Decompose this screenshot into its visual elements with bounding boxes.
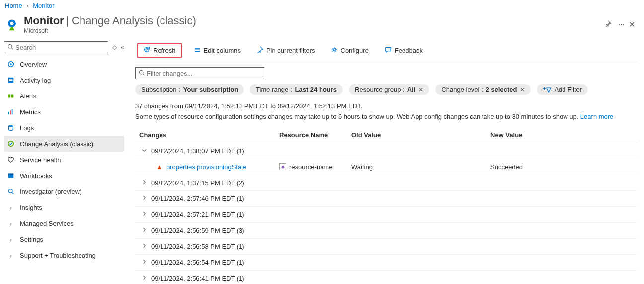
filter-changes-input-wrap[interactable]	[135, 67, 264, 79]
breadcrumb: Home › Monitor	[0, 0, 644, 11]
pill-value: All	[407, 86, 416, 93]
change-group-row[interactable]: 09/12/2024, 1:38:07 PM EDT (1)	[135, 143, 637, 159]
sidebar-item-alerts[interactable]: Alerts	[4, 88, 124, 104]
chevron-right-icon: ›	[7, 220, 15, 227]
sidebar-search[interactable]	[4, 41, 108, 53]
info-line-1: 37 changes from 09/11/2024, 1:52:13 PM E…	[135, 101, 637, 112]
logs-icon	[7, 124, 15, 131]
sidebar-item-activity-log[interactable]: Activity log	[4, 72, 124, 88]
sidebar-item-managed-services[interactable]: › Managed Services	[4, 215, 124, 231]
change-group-row[interactable]: 09/12/2024, 1:37:15 PM EDT (2)	[135, 175, 637, 191]
pin-icon[interactable]	[604, 20, 611, 29]
sidebar-item-service-health[interactable]: Service health	[4, 152, 124, 168]
chevron-right-icon	[140, 259, 148, 266]
learn-more-link[interactable]: Learn more	[580, 113, 613, 120]
col-header-changes[interactable]: Changes	[135, 131, 279, 139]
pill-subscription[interactable]: Subscription : Your subscription	[135, 84, 244, 95]
pill-resource-group[interactable]: Resource group : All ✕	[349, 84, 429, 95]
col-header-old[interactable]: Old Value	[351, 131, 490, 139]
page-title: Monitor	[24, 14, 64, 27]
publisher-label: Microsoft	[24, 27, 598, 34]
refresh-button[interactable]: Refresh	[137, 43, 182, 58]
group-timestamp: 09/12/2024, 1:37:15 PM EDT (2)	[151, 179, 244, 187]
group-timestamp: 09/11/2024, 2:56:41 PM EDT (1)	[151, 275, 244, 282]
group-timestamp: 09/11/2024, 2:56:54 PM EDT (1)	[151, 259, 244, 266]
clear-pill-icon[interactable]: ✕	[418, 86, 423, 93]
sidebar-search-input[interactable]	[15, 44, 105, 51]
col-header-new[interactable]: New Value	[490, 131, 637, 139]
new-value-cell: Succeeded	[490, 163, 637, 171]
gear-icon	[331, 46, 338, 55]
sidebar-item-label: Insights	[20, 204, 42, 211]
breadcrumb-home[interactable]: Home	[5, 2, 22, 9]
svg-point-1	[10, 22, 14, 25]
chevron-right-icon	[140, 179, 148, 187]
edit-columns-button[interactable]: Edit columns	[190, 44, 244, 57]
change-detail-row[interactable]: ▲ properties.provisioningState ◆ resourc…	[135, 159, 637, 175]
change-group-row[interactable]: 09/11/2024, 2:56:41 PM EDT (1)	[135, 271, 637, 284]
change-property-link[interactable]: properties.provisioningState	[166, 163, 246, 171]
svg-rect-22	[194, 51, 200, 52]
pill-change-level[interactable]: Change level : 2 selected ✕	[435, 84, 531, 95]
feedback-button[interactable]: Feedback	[381, 44, 427, 57]
sidebar-item-label: Service health	[20, 156, 61, 164]
chevron-right-icon	[140, 275, 148, 282]
collapse-sidebar-icon[interactable]: «	[121, 44, 124, 51]
sidebar-item-logs[interactable]: Logs	[4, 120, 124, 136]
pin-filters-button[interactable]: Pin current filters	[252, 44, 319, 57]
clear-pill-icon[interactable]: ✕	[520, 86, 525, 93]
change-group-row[interactable]: 09/11/2024, 2:56:59 PM EDT (3)	[135, 223, 637, 239]
feedback-label: Feedback	[395, 47, 423, 54]
change-group-row[interactable]: 09/11/2024, 2:56:54 PM EDT (1)	[135, 255, 637, 271]
change-group-row[interactable]: 09/11/2024, 2:57:21 PM EDT (1)	[135, 207, 637, 223]
overview-icon	[7, 61, 15, 68]
expand-icon[interactable]: ◇	[112, 44, 117, 51]
info-text: 37 changes from 09/11/2024, 1:52:13 PM E…	[135, 101, 637, 122]
sidebar-item-label: Overview	[20, 61, 47, 68]
change-group-row[interactable]: 09/11/2024, 2:57:46 PM EDT (1)	[135, 191, 637, 207]
svg-rect-7	[9, 79, 13, 79]
group-timestamp: 09/11/2024, 2:56:58 PM EDT (1)	[151, 243, 244, 250]
pill-label: Subscription :	[141, 86, 180, 93]
investigator-icon	[7, 189, 15, 194]
chevron-right-icon	[140, 195, 148, 202]
sidebar-item-investigator[interactable]: Investigator (preview)	[4, 184, 124, 199]
svg-rect-8	[9, 80, 13, 81]
change-analysis-icon	[7, 140, 15, 147]
add-filter-button[interactable]: ⁺▽ Add Filter	[537, 84, 588, 95]
refresh-icon	[143, 46, 150, 55]
col-header-resource[interactable]: Resource Name	[279, 131, 351, 139]
close-button[interactable]: ✕	[625, 18, 639, 31]
sidebar-item-settings[interactable]: › Settings	[4, 231, 124, 247]
info-line-2: Some types of resource configuration set…	[135, 113, 580, 120]
sidebar-item-insights[interactable]: › Insights	[4, 199, 124, 215]
filter-changes-input[interactable]	[147, 70, 261, 77]
sidebar-item-support[interactable]: › Support + Troubleshooting	[4, 247, 124, 263]
sidebar-item-label: Workbooks	[20, 172, 52, 180]
refresh-label: Refresh	[153, 47, 176, 54]
configure-button[interactable]: Configure	[327, 44, 373, 57]
sidebar-item-overview[interactable]: Overview	[4, 56, 124, 72]
pill-label: Resource group :	[355, 86, 404, 93]
warning-icon: ▲	[156, 163, 162, 171]
feedback-icon	[385, 46, 392, 55]
resource-name-text: resource-name	[289, 163, 332, 171]
svg-rect-9	[8, 95, 10, 98]
change-group-row[interactable]: 09/11/2024, 2:56:58 PM EDT (1)	[135, 239, 637, 255]
breadcrumb-separator: ›	[26, 2, 28, 9]
svg-point-18	[9, 189, 13, 193]
sidebar-item-label: Support + Troubleshooting	[20, 252, 96, 259]
sidebar-item-workbooks[interactable]: Workbooks	[4, 168, 124, 184]
sidebar-item-metrics[interactable]: Metrics	[4, 104, 124, 120]
breadcrumb-monitor[interactable]: Monitor	[33, 2, 54, 9]
content-area: Refresh Edit columns Pin current filters…	[128, 39, 644, 284]
pill-time-range[interactable]: Time range : Last 24 hours	[250, 84, 343, 95]
sidebar-item-label: Managed Services	[20, 220, 74, 227]
old-value-cell: Waiting	[351, 163, 490, 171]
svg-rect-11	[8, 112, 9, 114]
chevron-right-icon	[140, 227, 148, 234]
page-subtitle: | Change Analysis (classic)	[66, 14, 196, 27]
sidebar-item-change-analysis[interactable]: Change Analysis (classic)	[4, 136, 124, 152]
more-icon[interactable]: ⋯	[618, 21, 625, 28]
monitor-logo-icon	[5, 17, 19, 31]
